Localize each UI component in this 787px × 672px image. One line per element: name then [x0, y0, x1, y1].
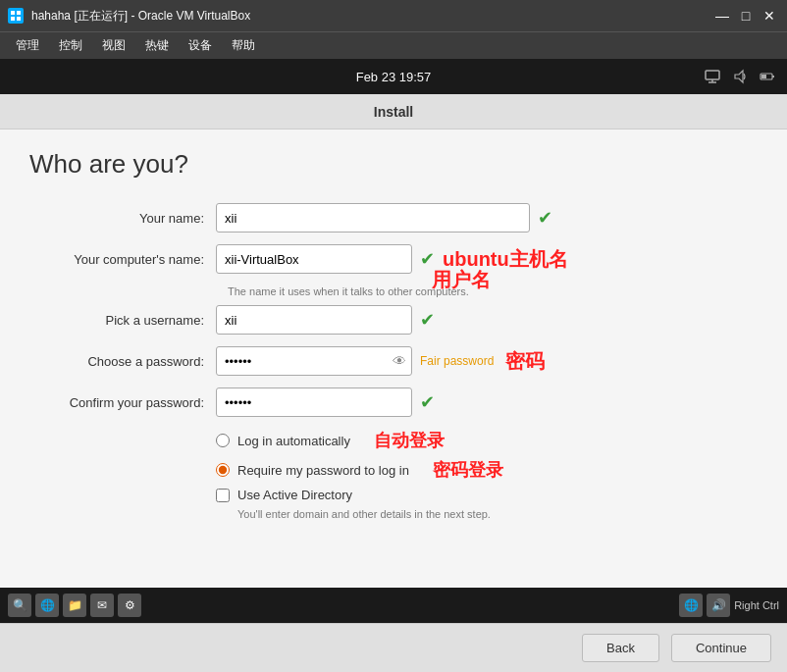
confirm-input[interactable]: [216, 388, 412, 417]
bottom-bar: Back Continue: [0, 623, 787, 672]
name-input-wrap: ✔: [216, 203, 552, 233]
computer-name-input-wrap: ✔ ubuntu主机名: [216, 244, 568, 274]
username-input-wrap: ✔: [216, 305, 435, 335]
name-label: Your name:: [29, 211, 216, 226]
active-dir-checkbox[interactable]: [216, 489, 230, 502]
sound-icon: [730, 67, 750, 86]
username-check-icon: ✔: [420, 309, 435, 331]
auto-login-radio[interactable]: [216, 434, 230, 447]
menu-control[interactable]: 控制: [51, 35, 90, 56]
active-dir-row: Use Active Directory: [216, 488, 758, 502]
titlebar-controls: — □ ✕: [712, 6, 779, 26]
annotation-passwordlogin: 密码登录: [433, 458, 503, 482]
annotation-hostname: ubuntu主机名: [443, 246, 568, 273]
svg-rect-2: [11, 17, 15, 21]
active-dir-label: Use Active Directory: [237, 488, 352, 502]
back-button[interactable]: Back: [582, 634, 659, 662]
svg-rect-3: [17, 17, 21, 21]
menu-hotkey[interactable]: 热键: [137, 35, 177, 56]
taskbar-icon-6[interactable]: 🌐: [679, 594, 703, 617]
password-login-radio[interactable]: [216, 463, 230, 477]
svg-marker-7: [735, 71, 743, 82]
password-input-wrap: 👁 Fair password 密码: [216, 346, 545, 376]
active-dir-hint: You'll enter domain and other details in…: [237, 508, 758, 520]
taskbar-right-text: Right Ctrl: [734, 599, 779, 611]
computer-name-input[interactable]: [216, 244, 412, 274]
taskbar-icon-7[interactable]: 🔊: [707, 594, 730, 617]
annotation-autologin: 自动登录: [374, 429, 445, 452]
network-icon: [703, 67, 722, 86]
password-strength: Fair password: [420, 354, 494, 368]
name-check-icon: ✔: [538, 207, 552, 229]
taskbar-icon-1[interactable]: 🔍: [8, 594, 31, 617]
annotation-password: 密码: [505, 348, 545, 375]
confirm-input-wrap: ✔: [216, 388, 435, 417]
vm-toolbar: Feb 23 19:57: [0, 59, 787, 94]
password-label: Choose a password:: [29, 354, 216, 369]
menu-devices[interactable]: 设备: [181, 35, 220, 56]
toolbar-datetime: Feb 23 19:57: [356, 70, 432, 84]
minimize-button[interactable]: —: [712, 6, 732, 26]
computer-name-row: Your computer's name: ✔ ubuntu主机名: [29, 244, 758, 274]
password-input[interactable]: [216, 346, 412, 376]
menu-view[interactable]: 视图: [94, 35, 133, 56]
username-input[interactable]: [216, 305, 412, 335]
titlebar: hahaha [正在运行] - Oracle VM VirtualBox — □…: [0, 0, 787, 31]
menu-help[interactable]: 帮助: [224, 35, 263, 56]
main-content: Who are you? Your name: ✔ 用户名 Your compu…: [0, 129, 787, 623]
password-field-wrap: 👁: [216, 346, 412, 376]
auto-login-label: Log in automatically: [237, 434, 350, 448]
username-row: Pick a username: ✔: [29, 305, 758, 335]
taskbar-icon-4[interactable]: ✉: [90, 594, 114, 617]
svg-rect-10: [761, 75, 766, 78]
menu-manage[interactable]: 管理: [8, 35, 47, 56]
taskbar-right: 🌐 🔊 Right Ctrl: [679, 594, 779, 617]
install-label: Install: [374, 104, 413, 120]
name-row: Your name: ✔ 用户名: [29, 203, 758, 233]
username-label: Pick a username:: [29, 313, 216, 328]
computer-name-hint: The name it uses when it talks to other …: [228, 285, 758, 297]
app-icon: [8, 8, 24, 24]
login-options: Log in automatically 自动登录 Require my pas…: [216, 429, 758, 520]
titlebar-left: hahaha [正在运行] - Oracle VM VirtualBox: [8, 8, 250, 25]
password-login-row: Require my password to log in 密码登录: [216, 458, 758, 482]
password-login-label: Require my password to log in: [237, 463, 409, 478]
confirm-check-icon: ✔: [420, 391, 435, 413]
computer-name-label: Your computer's name:: [29, 252, 216, 267]
svg-rect-9: [772, 76, 774, 78]
menubar: 管理 控制 视图 热键 设备 帮助: [0, 31, 787, 59]
install-header: Install: [0, 94, 787, 129]
eye-icon[interactable]: 👁: [393, 353, 406, 369]
close-button[interactable]: ✕: [760, 6, 779, 26]
password-row: Choose a password: 👁 Fair password 密码: [29, 346, 758, 376]
restore-button[interactable]: □: [736, 6, 756, 26]
titlebar-title: hahaha [正在运行] - Oracle VM VirtualBox: [31, 8, 250, 25]
svg-rect-1: [17, 11, 21, 15]
toolbar-icons: [703, 67, 777, 86]
name-input[interactable]: [216, 203, 530, 233]
taskbar-icon-5[interactable]: ⚙: [118, 594, 141, 617]
taskbar-icon-2[interactable]: 🌐: [35, 594, 59, 617]
continue-button[interactable]: Continue: [671, 634, 771, 662]
taskbar: 🔍 🌐 📁 ✉ ⚙ 🌐 🔊 Right Ctrl: [0, 588, 787, 623]
auto-login-row: Log in automatically 自动登录: [216, 429, 758, 452]
computer-name-check-icon: ✔: [420, 248, 435, 270]
svg-rect-0: [11, 11, 15, 15]
taskbar-icon-3[interactable]: 📁: [63, 594, 86, 617]
confirm-label: Confirm your password:: [29, 395, 216, 410]
page-title: Who are you?: [29, 149, 758, 180]
svg-rect-4: [706, 71, 719, 79]
battery-icon: [758, 67, 777, 86]
confirm-password-row: Confirm your password: ✔: [29, 388, 758, 417]
